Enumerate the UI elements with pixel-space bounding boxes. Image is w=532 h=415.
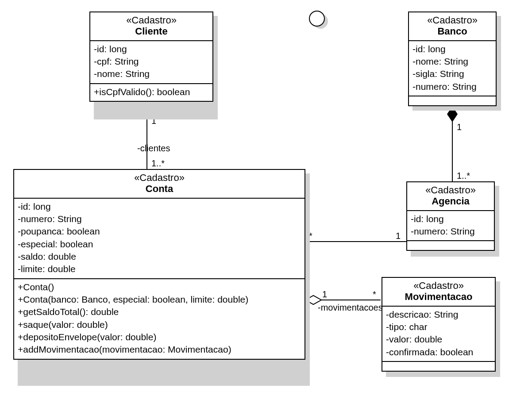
mult-cliente-bottom: 1..* [151, 158, 165, 168]
role-movimentacoes: -movimentacoes [318, 303, 383, 312]
class-name: Movimentacao [386, 291, 491, 303]
class-agencia: «Cadastro» Agencia -id: long -numero: St… [406, 181, 495, 252]
class-name: Cliente [94, 26, 209, 37]
attrs-banco: -id: long -nome: String -sigla: String -… [409, 41, 496, 96]
class-name: Banco [412, 26, 492, 37]
class-name: Conta [18, 183, 301, 195]
mult-banco-top: 1 [457, 122, 462, 132]
mult-mov-left: * [373, 289, 376, 299]
mult-banco-bottom: 1..* [457, 171, 470, 181]
mult-agencia-left: 1 [396, 231, 401, 241]
ops-movimentacao [382, 362, 495, 371]
stereotype: «Cadastro» [411, 185, 490, 196]
class-banco: «Cadastro» Banco -id: long -nome: String… [408, 12, 497, 106]
stereotype: «Cadastro» [18, 173, 301, 183]
attrs-cliente: -id: long -cpf: String -nome: String [90, 41, 212, 84]
class-cliente: «Cadastro» Cliente -id: long -cpf: Strin… [89, 12, 213, 115]
stereotype: «Cadastro» [94, 15, 209, 26]
stereotype: «Cadastro» [412, 15, 492, 26]
role-clientes: -clientes [137, 143, 170, 153]
ops-agencia [407, 241, 494, 250]
class-conta: «Cadastro» Conta -id: long -numero: Stri… [13, 169, 305, 381]
attrs-movimentacao: -descricao: String -tipo: char -valor: d… [382, 307, 495, 362]
stereotype: «Cadastro» [386, 281, 491, 291]
attrs-agencia: -id: long -numero: String [407, 211, 494, 242]
class-name: Agencia [411, 196, 490, 207]
ops-conta: +Conta() +Conta(banco: Banco, especial: … [14, 279, 305, 359]
ops-banco [409, 96, 496, 105]
ops-cliente: +isCpfValido(): boolean [90, 84, 212, 101]
class-movimentacao: «Cadastro» Movimentacao -descricao: Stri… [382, 277, 496, 373]
attrs-conta: -id: long -numero: String -poupanca: boo… [14, 199, 305, 279]
svg-point-1 [309, 11, 324, 26]
mult-conta-right: 1 [322, 289, 327, 299]
